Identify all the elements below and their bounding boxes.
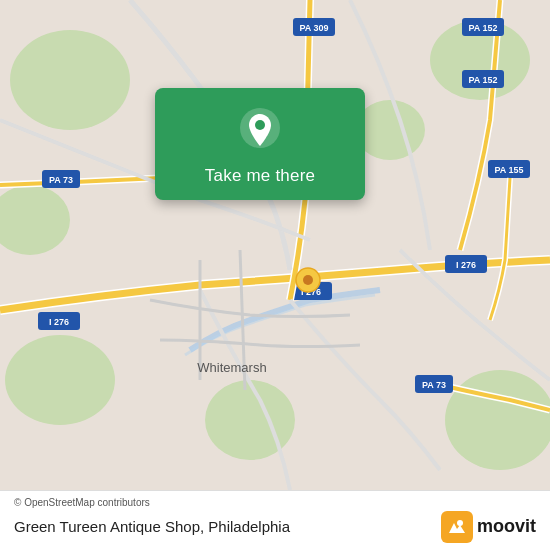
place-name: Green Tureen Antique Shop, Philadelphia: [14, 518, 290, 535]
moovit-logo: moovit: [441, 511, 536, 543]
svg-point-4: [5, 335, 115, 425]
svg-text:PA 73: PA 73: [422, 380, 446, 390]
map-container: I 276 I 276 I 276 PA 309 PA 152 PA 152 P…: [0, 0, 550, 490]
map-background: I 276 I 276 I 276 PA 309 PA 152 PA 152 P…: [0, 0, 550, 490]
svg-rect-31: [441, 511, 473, 543]
moovit-icon: [441, 511, 473, 543]
svg-text:I 276: I 276: [456, 260, 476, 270]
moovit-label: moovit: [477, 516, 536, 537]
svg-text:Whitemarsh: Whitemarsh: [197, 360, 266, 375]
location-card: Take me there: [155, 88, 365, 200]
location-pin-icon: [236, 106, 284, 154]
svg-text:PA 152: PA 152: [468, 23, 497, 33]
svg-text:PA 152: PA 152: [468, 75, 497, 85]
svg-point-6: [205, 380, 295, 460]
svg-point-7: [355, 100, 425, 160]
map-attribution: © OpenStreetMap contributors: [14, 497, 150, 508]
bottom-bar: © OpenStreetMap contributors Green Turee…: [0, 490, 550, 550]
svg-point-28: [303, 275, 313, 285]
svg-point-32: [457, 520, 463, 526]
svg-point-1: [10, 30, 130, 130]
svg-point-30: [255, 120, 265, 130]
take-me-there-button[interactable]: Take me there: [205, 166, 315, 186]
svg-text:PA 309: PA 309: [299, 23, 328, 33]
svg-text:I 276: I 276: [49, 317, 69, 327]
svg-point-5: [445, 370, 550, 470]
svg-text:PA 155: PA 155: [494, 165, 523, 175]
svg-text:PA 73: PA 73: [49, 175, 73, 185]
